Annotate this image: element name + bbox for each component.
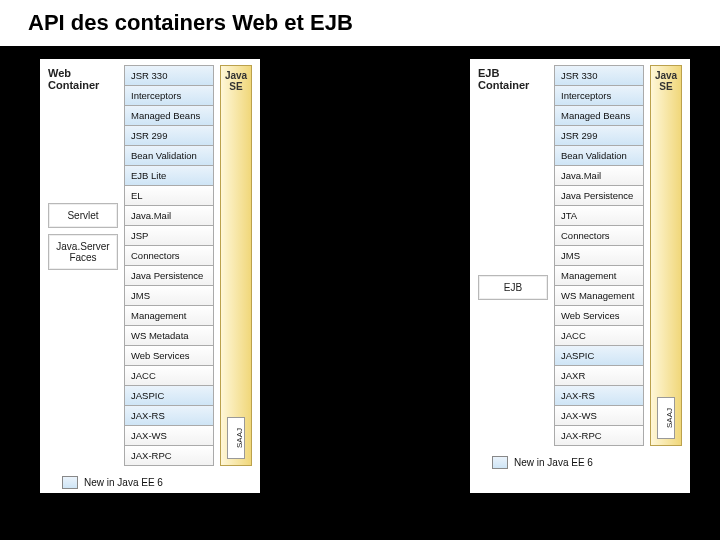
api-cell: Management — [124, 305, 214, 325]
legend-right: New in Java EE 6 — [492, 456, 593, 469]
ejb-container-panel: EJB Container EJB JSR 330InterceptorsMan… — [470, 59, 690, 493]
api-cell: JAX-WS — [124, 425, 214, 445]
component-box: Servlet — [48, 203, 118, 228]
api-stack-web: JSR 330InterceptorsManaged BeansJSR 299B… — [124, 65, 214, 466]
slide-title: API des containers Web et EJB — [0, 0, 720, 47]
api-cell: Management — [554, 265, 644, 285]
component-box: Java.Server Faces — [48, 234, 118, 270]
api-cell: Connectors — [124, 245, 214, 265]
saaj-label: SAAJ — [235, 428, 244, 448]
legend-text: New in Java EE 6 — [514, 457, 593, 468]
api-cell: WS Metadata — [124, 325, 214, 345]
api-cell: JSR 299 — [124, 125, 214, 145]
javase-label: Java SE — [221, 70, 251, 92]
api-cell: Bean Validation — [124, 145, 214, 165]
api-cell: JAX-RS — [554, 385, 644, 405]
api-cell: Managed Beans — [124, 105, 214, 125]
api-cell: JASPIC — [124, 385, 214, 405]
api-cell: JTA — [554, 205, 644, 225]
api-cell: Java Persistence — [124, 265, 214, 285]
diagram-stage: Web Container ServletJava.Server Faces J… — [0, 47, 720, 493]
api-cell: Java Persistence — [554, 185, 644, 205]
saaj-box-left: SAAJ — [227, 417, 245, 459]
api-cell: Java.Mail — [554, 165, 644, 185]
api-cell: JSP — [124, 225, 214, 245]
api-cell: Managed Beans — [554, 105, 644, 125]
api-cell: Connectors — [554, 225, 644, 245]
api-cell: EL — [124, 185, 214, 205]
web-container-panel: Web Container ServletJava.Server Faces J… — [40, 59, 260, 493]
legend-swatch — [492, 456, 508, 469]
api-cell: JSR 299 — [554, 125, 644, 145]
component-box: EJB — [478, 275, 548, 300]
api-cell: JACC — [124, 365, 214, 385]
api-cell: JAX-RS — [124, 405, 214, 425]
api-cell: JASPIC — [554, 345, 644, 365]
api-cell: EJB Lite — [124, 165, 214, 185]
api-cell: WS Management — [554, 285, 644, 305]
api-cell: Interceptors — [124, 85, 214, 105]
api-cell: Interceptors — [554, 85, 644, 105]
api-cell: JMS — [554, 245, 644, 265]
api-cell: JAXR — [554, 365, 644, 385]
api-cell: Java.Mail — [124, 205, 214, 225]
javase-label: Java SE — [651, 70, 681, 92]
saaj-box-right: SAAJ — [657, 397, 675, 439]
web-container-header: Web Container — [48, 65, 118, 95]
api-cell: Bean Validation — [554, 145, 644, 165]
api-cell: JACC — [554, 325, 644, 345]
ejb-container-header: EJB Container — [478, 65, 548, 95]
api-cell: JAX-RPC — [554, 425, 644, 446]
legend-text: New in Java EE 6 — [84, 477, 163, 488]
api-cell: JAX-WS — [554, 405, 644, 425]
saaj-label: SAAJ — [665, 408, 674, 428]
javase-column-right: Java SE SAAJ — [650, 65, 682, 446]
api-stack-ejb: JSR 330InterceptorsManaged BeansJSR 299B… — [554, 65, 644, 446]
api-cell: JAX-RPC — [124, 445, 214, 466]
api-cell: Web Services — [124, 345, 214, 365]
legend-swatch — [62, 476, 78, 489]
api-cell: JSR 330 — [554, 65, 644, 85]
legend-left: New in Java EE 6 — [62, 476, 163, 489]
api-cell: Web Services — [554, 305, 644, 325]
api-cell: JSR 330 — [124, 65, 214, 85]
api-cell: JMS — [124, 285, 214, 305]
javase-column-left: Java SE SAAJ — [220, 65, 252, 466]
